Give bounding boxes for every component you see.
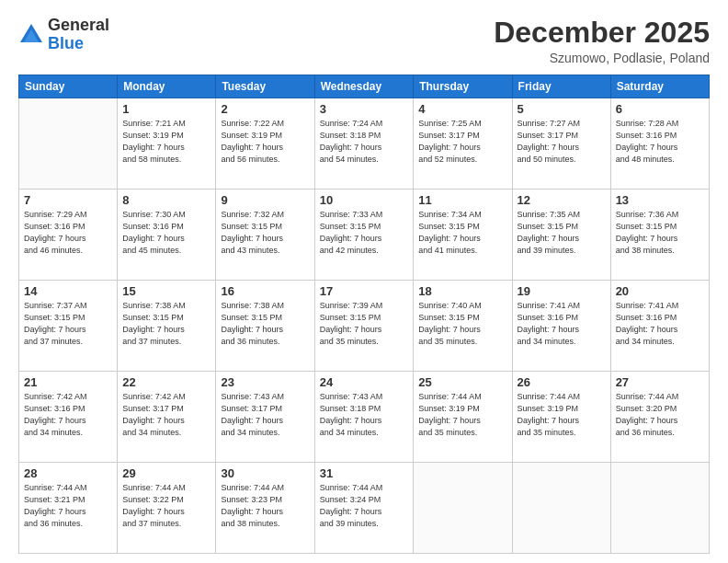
table-row: 29Sunrise: 7:44 AM Sunset: 3:22 PM Dayli… [118,463,216,554]
cell-date-number: 29 [122,466,210,480]
cell-info-text: Sunrise: 7:44 AM Sunset: 3:20 PM Dayligh… [616,391,704,439]
table-row: 11Sunrise: 7:34 AM Sunset: 3:15 PM Dayli… [414,190,512,281]
cell-date-number: 1 [122,102,210,116]
table-row: 10Sunrise: 7:33 AM Sunset: 3:15 PM Dayli… [314,190,414,281]
cell-info-text: Sunrise: 7:44 AM Sunset: 3:24 PM Dayligh… [320,482,409,530]
cell-info-text: Sunrise: 7:44 AM Sunset: 3:19 PM Dayligh… [418,391,506,439]
table-row: 21Sunrise: 7:42 AM Sunset: 3:16 PM Dayli… [19,372,118,463]
cell-date-number: 25 [418,375,506,389]
calendar-body: 1Sunrise: 7:21 AM Sunset: 3:19 PM Daylig… [19,98,710,554]
header-monday: Monday [118,75,216,98]
cell-date-number: 14 [24,284,112,298]
table-row: 8Sunrise: 7:30 AM Sunset: 3:16 PM Daylig… [118,190,216,281]
cell-date-number: 18 [418,284,506,298]
table-row: 27Sunrise: 7:44 AM Sunset: 3:20 PM Dayli… [610,372,709,463]
location-subtitle: Szumowo, Podlasie, Poland [494,51,710,65]
cell-info-text: Sunrise: 7:27 AM Sunset: 3:17 PM Dayligh… [518,118,606,166]
cell-date-number: 15 [122,284,210,298]
cell-date-number: 23 [221,375,309,389]
table-row: 28Sunrise: 7:44 AM Sunset: 3:21 PM Dayli… [19,463,118,554]
cell-date-number: 19 [518,284,606,298]
cell-date-number: 10 [320,193,409,207]
table-row: 12Sunrise: 7:35 AM Sunset: 3:15 PM Dayli… [512,190,610,281]
cell-date-number: 20 [616,284,704,298]
header-saturday: Saturday [610,75,709,98]
cell-info-text: Sunrise: 7:41 AM Sunset: 3:16 PM Dayligh… [616,300,704,348]
table-row: 19Sunrise: 7:41 AM Sunset: 3:16 PM Dayli… [512,281,610,372]
cell-info-text: Sunrise: 7:22 AM Sunset: 3:19 PM Dayligh… [221,118,309,166]
table-row: 3Sunrise: 7:24 AM Sunset: 3:18 PM Daylig… [314,98,414,190]
cell-date-number: 17 [320,284,409,298]
table-row: 9Sunrise: 7:32 AM Sunset: 3:15 PM Daylig… [216,190,314,281]
cell-info-text: Sunrise: 7:38 AM Sunset: 3:15 PM Dayligh… [122,300,210,348]
cell-info-text: Sunrise: 7:36 AM Sunset: 3:15 PM Dayligh… [616,209,704,257]
cell-date-number: 12 [518,193,606,207]
header-friday: Friday [512,75,610,98]
cell-info-text: Sunrise: 7:44 AM Sunset: 3:19 PM Dayligh… [518,391,606,439]
cell-info-text: Sunrise: 7:42 AM Sunset: 3:17 PM Dayligh… [122,391,210,439]
header-wednesday: Wednesday [314,75,414,98]
cell-date-number: 24 [320,375,409,389]
table-row: 7Sunrise: 7:29 AM Sunset: 3:16 PM Daylig… [19,190,118,281]
title-block: December 2025 Szumowo, Podlasie, Poland [494,17,710,65]
table-row: 17Sunrise: 7:39 AM Sunset: 3:15 PM Dayli… [314,281,414,372]
cell-date-number: 7 [24,193,112,207]
table-row [19,98,118,190]
table-row [414,463,512,554]
cell-date-number: 31 [320,466,409,480]
logo-icon [18,22,44,48]
cell-info-text: Sunrise: 7:43 AM Sunset: 3:17 PM Dayligh… [221,391,309,439]
cell-info-text: Sunrise: 7:41 AM Sunset: 3:16 PM Dayligh… [518,300,606,348]
calendar-week-row: 7Sunrise: 7:29 AM Sunset: 3:16 PM Daylig… [19,190,710,281]
cell-date-number: 28 [24,466,112,480]
cell-info-text: Sunrise: 7:40 AM Sunset: 3:15 PM Dayligh… [418,300,506,348]
table-row: 16Sunrise: 7:38 AM Sunset: 3:15 PM Dayli… [216,281,314,372]
table-row: 30Sunrise: 7:44 AM Sunset: 3:23 PM Dayli… [216,463,314,554]
cell-info-text: Sunrise: 7:30 AM Sunset: 3:16 PM Dayligh… [122,209,210,257]
calendar-table: Sunday Monday Tuesday Wednesday Thursday… [18,75,710,554]
table-row: 1Sunrise: 7:21 AM Sunset: 3:19 PM Daylig… [118,98,216,190]
cell-date-number: 2 [221,102,309,116]
table-row: 13Sunrise: 7:36 AM Sunset: 3:15 PM Dayli… [610,190,709,281]
cell-info-text: Sunrise: 7:32 AM Sunset: 3:15 PM Dayligh… [221,209,309,257]
cell-date-number: 5 [518,102,606,116]
cell-info-text: Sunrise: 7:24 AM Sunset: 3:18 PM Dayligh… [320,118,409,166]
cell-date-number: 4 [418,102,506,116]
cell-info-text: Sunrise: 7:38 AM Sunset: 3:15 PM Dayligh… [221,300,309,348]
cell-date-number: 27 [616,375,704,389]
cell-info-text: Sunrise: 7:44 AM Sunset: 3:21 PM Dayligh… [24,482,112,530]
calendar-week-row: 21Sunrise: 7:42 AM Sunset: 3:16 PM Dayli… [19,372,710,463]
table-row: 31Sunrise: 7:44 AM Sunset: 3:24 PM Dayli… [314,463,414,554]
weekday-row: Sunday Monday Tuesday Wednesday Thursday… [19,75,710,98]
header-tuesday: Tuesday [216,75,314,98]
calendar-week-row: 1Sunrise: 7:21 AM Sunset: 3:19 PM Daylig… [19,98,710,190]
cell-date-number: 21 [24,375,112,389]
header: General Blue December 2025 Szumowo, Podl… [18,17,710,65]
table-row: 22Sunrise: 7:42 AM Sunset: 3:17 PM Dayli… [118,372,216,463]
calendar-week-row: 14Sunrise: 7:37 AM Sunset: 3:15 PM Dayli… [19,281,710,372]
cell-date-number: 3 [320,102,409,116]
cell-date-number: 6 [616,102,704,116]
cell-info-text: Sunrise: 7:43 AM Sunset: 3:18 PM Dayligh… [320,391,409,439]
table-row: 20Sunrise: 7:41 AM Sunset: 3:16 PM Dayli… [610,281,709,372]
month-title: December 2025 [494,17,710,49]
header-thursday: Thursday [414,75,512,98]
cell-date-number: 9 [221,193,309,207]
cell-info-text: Sunrise: 7:35 AM Sunset: 3:15 PM Dayligh… [518,209,606,257]
cell-info-text: Sunrise: 7:42 AM Sunset: 3:16 PM Dayligh… [24,391,112,439]
table-row: 25Sunrise: 7:44 AM Sunset: 3:19 PM Dayli… [414,372,512,463]
table-row: 2Sunrise: 7:22 AM Sunset: 3:19 PM Daylig… [216,98,314,190]
cell-info-text: Sunrise: 7:44 AM Sunset: 3:22 PM Dayligh… [122,482,210,530]
table-row: 24Sunrise: 7:43 AM Sunset: 3:18 PM Dayli… [314,372,414,463]
page: General Blue December 2025 Szumowo, Podl… [0,0,728,563]
table-row: 14Sunrise: 7:37 AM Sunset: 3:15 PM Dayli… [19,281,118,372]
table-row: 26Sunrise: 7:44 AM Sunset: 3:19 PM Dayli… [512,372,610,463]
logo: General Blue [18,17,109,53]
cell-info-text: Sunrise: 7:28 AM Sunset: 3:16 PM Dayligh… [616,118,704,166]
table-row: 6Sunrise: 7:28 AM Sunset: 3:16 PM Daylig… [610,98,709,190]
table-row: 5Sunrise: 7:27 AM Sunset: 3:17 PM Daylig… [512,98,610,190]
header-sunday: Sunday [19,75,118,98]
table-row: 4Sunrise: 7:25 AM Sunset: 3:17 PM Daylig… [414,98,512,190]
cell-info-text: Sunrise: 7:39 AM Sunset: 3:15 PM Dayligh… [320,300,409,348]
cell-info-text: Sunrise: 7:33 AM Sunset: 3:15 PM Dayligh… [320,209,409,257]
